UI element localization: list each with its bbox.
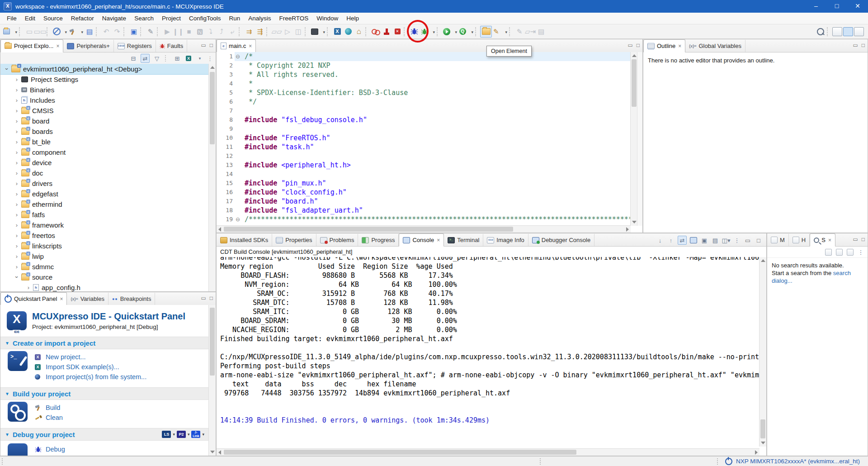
view-menu-icon[interactable]: ⋮	[207, 55, 213, 62]
grid-view-icon[interactable]: ⊞	[173, 54, 181, 62]
debug-link[interactable]: Debug	[0, 444, 209, 454]
step-return-button[interactable]: ⤶	[227, 26, 238, 37]
tree-row-cmsis[interactable]: ›CMSIS	[0, 105, 209, 116]
tree-row-device[interactable]: ›device	[0, 157, 209, 168]
link-with-editor-icon[interactable]: ⇄	[141, 54, 150, 63]
maximize-view-icon[interactable]: □	[862, 42, 865, 48]
tree-row-app-config[interactable]: ›happ_config.h	[0, 282, 209, 291]
chevron-down-icon[interactable]: ▾	[188, 432, 190, 437]
close-icon[interactable]: ×	[828, 237, 831, 243]
undo-button[interactable]: ↶	[101, 26, 112, 37]
close-button[interactable]: ✕	[847, 0, 868, 13]
search-button[interactable]	[815, 26, 826, 37]
build-all-button[interactable]: ▤	[84, 26, 95, 37]
minimize-view-icon[interactable]: ▭	[744, 236, 752, 244]
tab-peripherals[interactable]: Peripherals+	[63, 40, 113, 52]
bootloader-button[interactable]	[381, 26, 392, 37]
scroll-left-arrow[interactable]	[218, 450, 221, 455]
code-area[interactable]: 1⊖/* 2 * Copyright 2021 NXP 3 * All righ…	[217, 52, 631, 226]
scrollbar-thumb[interactable]	[210, 72, 215, 144]
tab-search[interactable]: S×	[810, 233, 835, 247]
scroll-lock-up-icon[interactable]: ↑	[667, 236, 675, 244]
chevron-down-icon[interactable]: ▾	[173, 432, 175, 437]
scroll-up-arrow[interactable]	[632, 54, 637, 57]
maximize-view-icon[interactable]: □	[862, 236, 865, 243]
device-label[interactable]: NXP MIMXRT1062xxxxA* (evkmimx...eral_ht)	[736, 458, 860, 465]
pin-console-icon[interactable]: ▣	[700, 236, 708, 244]
close-icon[interactable]: ×	[249, 43, 252, 49]
editor-hscrollbar[interactable]	[217, 225, 631, 233]
project-tree-scrollbar[interactable]	[208, 64, 216, 291]
expand-search-icon[interactable]	[846, 248, 854, 256]
previous-annotation-button[interactable]: ▤	[536, 26, 547, 37]
tree-row-component[interactable]: ›component	[0, 147, 209, 157]
menu-analysis[interactable]: Analysis	[244, 13, 275, 24]
menu-source[interactable]: Source	[39, 13, 67, 24]
scroll-down-arrow[interactable]	[761, 442, 765, 444]
toggle-mark-occurrences-button[interactable]: ✎	[492, 26, 508, 37]
cancel-search-icon[interactable]	[824, 248, 832, 256]
tab-outline[interactable]: Outline ×	[643, 39, 685, 52]
tree-row-freertos[interactable]: ›freertos	[0, 230, 209, 241]
step-into-button[interactable]: ⤵	[205, 26, 216, 37]
tab-console[interactable]: Console×	[399, 233, 444, 247]
minimize-view-icon[interactable]: ▭	[627, 42, 632, 48]
tab-global-variables[interactable]: (x)= Global Variables	[685, 40, 745, 52]
tab-registers[interactable]: 1010 Registers	[114, 40, 156, 52]
tree-row-project[interactable]: ›evkmimxrt1060_peripheral_ht <Debug>	[0, 64, 209, 74]
tab-debugger-console[interactable]: Debugger Console	[528, 234, 594, 246]
welcome-button[interactable]	[343, 26, 354, 37]
linkserver-probe-button[interactable]: LS	[162, 431, 171, 438]
scroll-lock-down-icon[interactable]: ↓	[656, 236, 664, 244]
pin-search-icon[interactable]	[835, 248, 843, 256]
tree-row-linkscripts[interactable]: ›linkscripts	[0, 241, 209, 251]
section-debug[interactable]: ▼ Debug your project LS▾ P2▾ J-Link▾	[0, 428, 209, 441]
tree-row-fatfs[interactable]: ›fatfs	[0, 209, 209, 220]
section-create-import[interactable]: ▼ Create or import a project	[0, 337, 209, 349]
last-edit-location-button[interactable]: ✎	[145, 26, 156, 37]
chevron-down-icon[interactable]: ▾	[202, 432, 204, 437]
tree-row-doc[interactable]: ›doc	[0, 168, 209, 178]
tab-quickstart[interactable]: Quickstart Panel ×	[0, 292, 67, 305]
suspend-button[interactable]: ❙❙	[173, 26, 184, 37]
close-icon[interactable]: ×	[60, 296, 63, 302]
tab-progress[interactable]: Progress	[358, 234, 399, 246]
import-fs-link[interactable]: Import project(s) from file system...	[0, 372, 209, 382]
link-button[interactable]	[370, 26, 381, 37]
tab-terminal[interactable]: >_Terminal	[444, 234, 483, 246]
open-type-button[interactable]	[480, 26, 492, 38]
menu-run[interactable]: Run	[225, 13, 245, 24]
clean-flash-button[interactable]: ×	[392, 26, 403, 37]
tab-memory[interactable]: M	[767, 234, 789, 246]
memory-config-button[interactable]	[310, 26, 326, 37]
menu-edit[interactable]: Edit	[21, 13, 39, 24]
console-hscrollbar[interactable]	[217, 448, 760, 456]
collapse-all-icon[interactable]: ⊟	[129, 54, 137, 62]
menu-navigate[interactable]: Navigate	[98, 13, 130, 24]
annotate-button[interactable]: ✎	[514, 26, 525, 37]
tab-image-info[interactable]: 010Image Info	[483, 234, 528, 246]
scroll-right-arrow[interactable]	[755, 450, 758, 455]
tree-row-bt-ble[interactable]: ›bt_ble	[0, 137, 209, 147]
step-over-button[interactable]: ⤴	[216, 26, 227, 37]
scrollbar-thumb[interactable]	[224, 227, 513, 232]
editor-vscrollbar[interactable]	[630, 52, 637, 226]
tree-row-edgefast[interactable]: ›edgefast	[0, 189, 209, 199]
tab-variables[interactable]: (x)= Variables	[67, 293, 108, 305]
new-wizard-button[interactable]	[2, 26, 18, 37]
tab-breakpoints[interactable]: ●● Breakpoints	[108, 293, 156, 305]
console-vscrollbar[interactable]	[759, 257, 766, 447]
menu-project[interactable]: Project	[158, 13, 185, 24]
close-icon[interactable]: ×	[56, 43, 59, 49]
clean-link[interactable]: Clean	[0, 413, 209, 423]
maximize-view-icon[interactable]: □	[210, 42, 213, 48]
home-button[interactable]: ⌂	[354, 26, 364, 37]
scroll-up-arrow[interactable]	[210, 66, 215, 69]
menu-window[interactable]: Window	[312, 13, 342, 24]
console-output[interactable]: arm-none-eabi-gcc -nostdlib -L C:\worksp…	[217, 257, 760, 447]
scrollbar-thumb[interactable]	[224, 450, 576, 455]
maximize-view-icon[interactable]: □	[210, 295, 213, 301]
skip-breakpoints-button[interactable]	[52, 26, 68, 37]
view-x-menu-icon[interactable]: X	[184, 54, 193, 62]
dropdown-icon[interactable]: ▾	[196, 54, 204, 62]
